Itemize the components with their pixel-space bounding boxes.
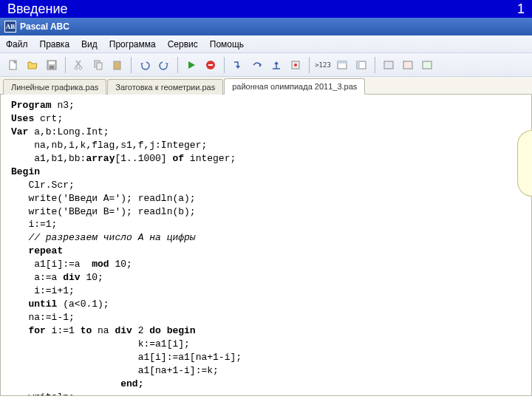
svg-rect-9	[115, 61, 119, 63]
code-text: n3;	[52, 100, 75, 111]
code-text: na,nb,i,k,flag,s1,f,j:Integer;	[11, 140, 207, 151]
trace-button[interactable]: >123	[314, 56, 332, 74]
code-text: 10;	[81, 272, 103, 283]
code-comment: // разрезаем число А на цифры	[11, 232, 196, 243]
undo-button[interactable]	[136, 56, 154, 74]
code-text: a1[na+1-i]:=k;	[11, 365, 219, 376]
step-over-button[interactable]	[248, 56, 266, 74]
step-into-button[interactable]	[229, 56, 247, 74]
svg-rect-24	[403, 61, 412, 69]
svg-rect-12	[208, 64, 213, 66]
svg-point-18	[294, 64, 297, 66]
menu-file[interactable]: Файл	[6, 39, 28, 50]
tool-button-3[interactable]	[418, 56, 436, 74]
svg-point-5	[79, 66, 82, 69]
file-tab-bar: Линейные графика.pas Заготовка к геометр…	[0, 77, 532, 95]
code-text: (a<0.1);	[57, 299, 109, 310]
code-keyword: until	[11, 299, 57, 310]
code-text: integer;	[184, 153, 236, 164]
window-title-bar: AB Pascal ABC	[0, 18, 532, 35]
menu-help[interactable]: Помощь	[210, 39, 244, 50]
code-keyword: div	[63, 272, 80, 283]
code-text: a,b:Long.Int;	[28, 126, 109, 137]
code-text: a1[i]:=a1[na+1-i];	[11, 352, 242, 363]
svg-rect-20	[338, 61, 347, 64]
redo-button[interactable]	[155, 56, 173, 74]
code-keyword: for	[11, 325, 46, 336]
code-text: write('ВВеди B='); readln(b);	[11, 206, 196, 217]
run-button[interactable]	[183, 56, 200, 74]
code-editor[interactable]: Program n3; Uses crt; Var a,b:Long.Int; …	[0, 95, 532, 396]
svg-rect-3	[50, 66, 54, 69]
callout-shape	[517, 130, 532, 197]
menu-service[interactable]: Сервис	[168, 39, 198, 50]
code-text: 2	[132, 325, 149, 336]
breakpoint-button[interactable]	[287, 56, 304, 74]
code-text: i:=i+1;	[11, 285, 75, 296]
svg-rect-2	[49, 61, 55, 64]
code-keyword: mod	[92, 259, 109, 270]
toolbar-separator	[131, 57, 132, 73]
window-button-2[interactable]	[352, 56, 370, 74]
open-file-button[interactable]	[24, 56, 41, 74]
code-text: k:=a1[i];	[11, 338, 190, 349]
slide-title: Введение	[7, 1, 68, 17]
save-button[interactable]	[43, 56, 61, 74]
code-text: [1..1000]	[115, 153, 172, 164]
menu-program[interactable]: Программа	[109, 39, 156, 50]
menu-view[interactable]: Вид	[81, 39, 98, 50]
code-keyword: array	[86, 153, 115, 164]
code-text: crt;	[34, 113, 63, 124]
window-button-1[interactable]	[333, 56, 351, 74]
paste-button[interactable]	[109, 56, 126, 74]
code-text: 10;	[109, 259, 132, 270]
svg-rect-7	[97, 63, 102, 69]
copy-button[interactable]	[89, 56, 107, 74]
app-icon: AB	[4, 21, 16, 33]
code-text: i:=1;	[11, 219, 57, 230]
code-keyword: div	[115, 325, 132, 336]
svg-marker-13	[236, 66, 240, 69]
toolbar-separator	[375, 57, 375, 73]
svg-rect-23	[384, 61, 393, 69]
cut-button[interactable]	[70, 56, 88, 74]
code-text: writeln;	[11, 392, 75, 396]
svg-marker-15	[274, 61, 279, 64]
toolbar-separator	[224, 57, 225, 73]
stop-button[interactable]	[202, 56, 219, 74]
toolbar: >123	[0, 53, 532, 77]
svg-marker-14	[259, 63, 262, 67]
code-text: write('Введи A='); readln(a);	[11, 193, 196, 204]
app-title: Pascal ABC	[20, 21, 69, 32]
svg-marker-10	[188, 61, 195, 69]
tool-button-2[interactable]	[399, 56, 417, 74]
toolbar-separator	[65, 57, 66, 73]
svg-rect-25	[423, 61, 432, 69]
code-text: a1[i]:=a	[11, 259, 92, 270]
code-keyword: to	[81, 325, 92, 336]
code-text: na	[92, 325, 115, 336]
slide-header: Введение 1	[0, 0, 532, 18]
code-keyword: do begin	[149, 325, 195, 336]
file-tab[interactable]: Линейные графика.pas	[3, 79, 106, 95]
code-text: i:=1	[46, 325, 81, 336]
code-text: Clr.Scr;	[11, 180, 75, 191]
svg-rect-22	[357, 61, 360, 69]
new-file-button[interactable]	[4, 56, 22, 74]
code-keyword: Uses	[11, 113, 34, 124]
file-tab[interactable]: Заготовка к геометрии.pas	[107, 79, 223, 95]
code-text: a1,b1,bb:	[11, 153, 86, 164]
svg-point-4	[75, 66, 78, 69]
step-out-button[interactable]	[267, 56, 285, 74]
code-keyword: Begin	[11, 166, 40, 177]
code-keyword: Program	[11, 100, 52, 111]
menu-bar: Файл Правка Вид Программа Сервис Помощь	[0, 35, 532, 53]
file-tab-active[interactable]: районная олимпиада 2011_3.pas	[224, 78, 365, 95]
code-keyword: repeat	[11, 245, 63, 256]
code-text: na:=i-1;	[11, 312, 75, 323]
menu-edit[interactable]: Правка	[40, 39, 70, 50]
code-keyword: end;	[11, 378, 143, 389]
toolbar-separator	[309, 57, 310, 73]
code-text: a:=a	[11, 272, 63, 283]
tool-button-1[interactable]	[380, 56, 398, 74]
